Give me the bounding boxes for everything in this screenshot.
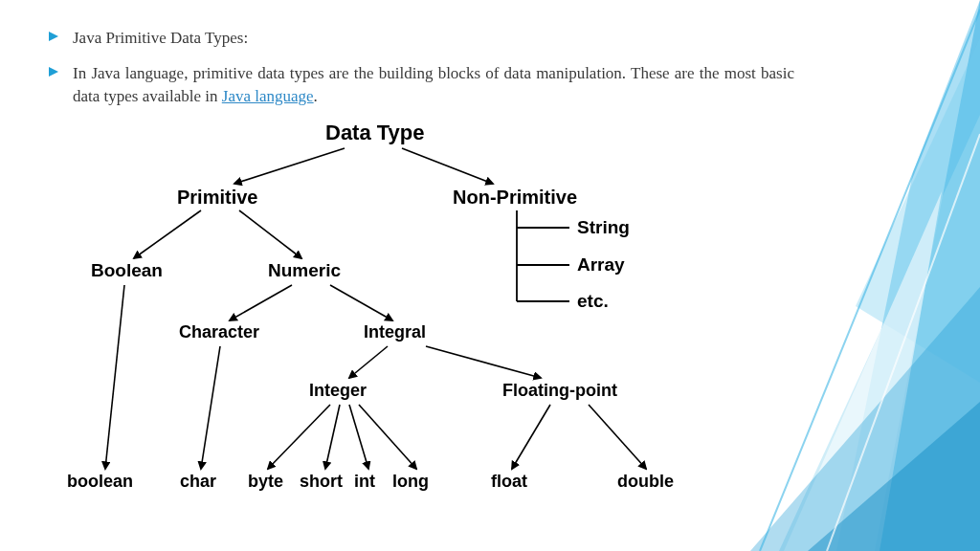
leaf-boolean: boolean xyxy=(67,472,133,492)
bullet-item-title: Java Primitive Data Types: xyxy=(48,27,794,51)
svg-marker-5 xyxy=(750,287,980,551)
leaf-int: int xyxy=(354,472,375,492)
node-string: String xyxy=(577,217,630,238)
node-boolean-category: Boolean xyxy=(91,260,163,281)
bullet-item-body: In Java language, primitive data types a… xyxy=(48,62,794,109)
svg-line-14 xyxy=(239,210,301,258)
svg-marker-6 xyxy=(808,402,980,551)
svg-marker-3 xyxy=(856,38,980,383)
svg-line-12 xyxy=(402,148,493,184)
node-integral: Integral xyxy=(364,322,426,342)
svg-line-23 xyxy=(349,346,388,378)
svg-marker-1 xyxy=(836,0,980,551)
svg-line-29 xyxy=(512,405,550,469)
svg-marker-4 xyxy=(784,191,942,551)
node-non-primitive: Non-Primitive xyxy=(453,187,577,209)
svg-line-21 xyxy=(330,285,392,320)
svg-marker-10 xyxy=(49,67,58,77)
svg-line-24 xyxy=(426,346,541,378)
node-numeric: Numeric xyxy=(268,260,341,281)
data-type-tree: Data Type Primitive Non-Primitive String… xyxy=(53,115,742,536)
java-language-link[interactable]: Java language xyxy=(222,87,314,105)
svg-line-28 xyxy=(359,405,416,469)
node-character: Character xyxy=(179,322,259,342)
svg-line-25 xyxy=(268,405,330,469)
svg-line-11 xyxy=(234,148,345,184)
leaf-byte: byte xyxy=(248,472,283,492)
bullet-icon xyxy=(48,31,59,42)
svg-line-27 xyxy=(349,405,368,469)
svg-line-26 xyxy=(325,405,340,469)
node-floating-point: Floating-point xyxy=(502,381,617,401)
node-integer: Integer xyxy=(309,381,367,401)
body-pre: In Java language, primitive data types a… xyxy=(73,64,794,106)
leaf-double: double xyxy=(617,472,674,492)
svg-line-8 xyxy=(827,134,980,551)
svg-line-13 xyxy=(134,210,201,258)
text-content: Java Primitive Data Types: In Java langu… xyxy=(48,27,794,121)
leaf-short: short xyxy=(300,472,343,492)
node-etc: etc. xyxy=(577,291,609,312)
svg-line-22 xyxy=(201,346,220,469)
node-data-type: Data Type xyxy=(325,121,425,145)
bullet-title-text: Java Primitive Data Types: xyxy=(73,27,248,51)
leaf-char: char xyxy=(180,472,216,492)
leaf-float: float xyxy=(491,472,527,492)
bullet-icon xyxy=(48,66,59,77)
svg-line-20 xyxy=(230,285,292,320)
bullet-body-text: In Java language, primitive data types a… xyxy=(73,62,794,109)
body-post: . xyxy=(314,87,318,105)
slide: Java Primitive Data Types: In Java langu… xyxy=(0,0,980,551)
leaf-long: long xyxy=(392,472,429,492)
svg-marker-2 xyxy=(779,115,980,551)
svg-line-19 xyxy=(105,285,124,469)
node-primitive: Primitive xyxy=(177,187,257,209)
svg-marker-0 xyxy=(875,0,980,551)
svg-marker-9 xyxy=(49,32,58,41)
node-array: Array xyxy=(577,254,625,276)
svg-line-30 xyxy=(589,405,646,469)
